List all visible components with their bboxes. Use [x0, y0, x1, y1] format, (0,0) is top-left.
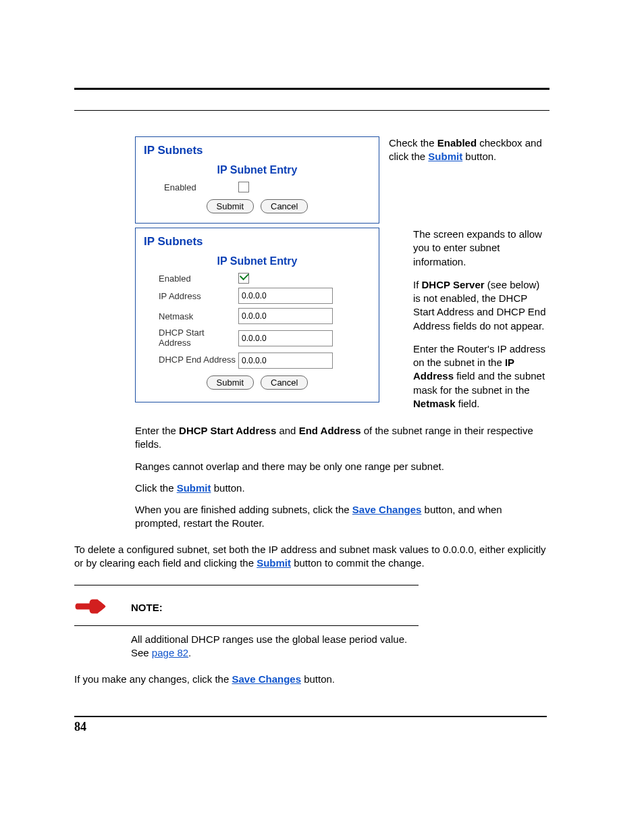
panel2-ip-label: IP Address — [144, 291, 238, 301]
text: Ranges cannot overlap and there may be o… — [135, 460, 549, 473]
text: If you make any changes, click the — [74, 673, 232, 685]
page-number: 84 — [74, 716, 547, 734]
text-bold: End Address — [299, 425, 361, 436]
panel2-heading: IP Subnets — [144, 235, 371, 249]
panel2-dhcpend-label: DHCP End Address — [144, 355, 238, 365]
panel1-subheading: IP Subnet Entry — [144, 164, 371, 176]
pointing-hand-icon — [74, 596, 107, 619]
panel1-cancel-button[interactable]: Cancel — [261, 199, 308, 213]
text: button. — [462, 151, 496, 162]
text-bold: DHCP Server — [422, 279, 485, 290]
text-bold: Netmask — [413, 398, 456, 409]
panel2-enabled-label: Enabled — [144, 273, 238, 284]
text: If — [413, 279, 422, 290]
panel2-dhcpend-field[interactable] — [238, 353, 333, 369]
side-text-1: Check the Enabled checkbox and click the… — [389, 136, 549, 174]
text: Enter the — [135, 425, 179, 436]
panel2-dhcpstart-label: DHCP Start Address — [144, 328, 238, 348]
page-82-link[interactable]: page 82 — [152, 647, 188, 658]
text: The screen expands to allow you to enter… — [413, 228, 549, 269]
panel1-heading: IP Subnets — [144, 144, 371, 157]
top-heavy-rule — [74, 88, 549, 90]
side-text-2: The screen expands to allow you to enter… — [389, 228, 549, 420]
submit-link[interactable]: Submit — [177, 482, 211, 494]
text: Enter the Router's IP address on the sub… — [413, 343, 545, 368]
panel1-submit-button[interactable]: Submit — [207, 199, 254, 213]
text: Click the — [135, 482, 177, 494]
panel2-dhcpstart-field[interactable] — [238, 330, 333, 346]
save-changes-link[interactable]: Save Changes — [232, 673, 301, 685]
text-bold: DHCP Start Address — [179, 425, 276, 436]
panel1-enabled-checkbox[interactable] — [238, 182, 249, 192]
text: button to commit the change. — [291, 557, 425, 569]
note-label: NOTE: — [131, 602, 163, 613]
panel2-netmask-label: Netmask — [144, 311, 238, 321]
note-block: NOTE: All additional DHCP ranges use the… — [74, 585, 549, 660]
submit-link[interactable]: Submit — [257, 557, 291, 569]
text: button. — [211, 482, 245, 494]
panel2-netmask-field[interactable] — [238, 308, 333, 324]
outer-paragraph: To delete a configured subnet, set both … — [74, 543, 549, 571]
panel2-submit-button[interactable]: Submit — [207, 375, 254, 390]
text: field. — [456, 398, 480, 409]
after-note-paragraph: If you make any changes, click the Save … — [74, 673, 549, 686]
text: When you are finished adding subnets, cl… — [135, 504, 352, 515]
text-bold: Enabled — [437, 137, 477, 149]
top-thin-rule — [74, 110, 549, 111]
submit-link[interactable]: Submit — [428, 151, 462, 162]
panel2-cancel-button[interactable]: Cancel — [261, 375, 308, 390]
body-text: Enter the DHCP Start Address and End Add… — [135, 424, 549, 531]
save-changes-link[interactable]: Save Changes — [352, 504, 422, 515]
panel1-enabled-label: Enabled — [144, 182, 238, 192]
panel2-ip-field[interactable] — [238, 288, 333, 304]
text: button. — [301, 673, 335, 685]
panel2-enabled-checkbox[interactable] — [238, 273, 249, 284]
note-mid-rule: All additional DHCP ranges use the globa… — [74, 625, 419, 660]
text: . — [188, 647, 191, 658]
ip-subnets-panel-collapsed: IP Subnets IP Subnet Entry Enabled Submi… — [135, 136, 379, 224]
panel2-subheading: IP Subnet Entry — [144, 255, 371, 267]
text: Check the — [389, 137, 437, 149]
ip-subnets-panel-expanded: IP Subnets IP Subnet Entry Enabled IP Ad… — [135, 228, 379, 402]
text: and — [276, 425, 298, 436]
